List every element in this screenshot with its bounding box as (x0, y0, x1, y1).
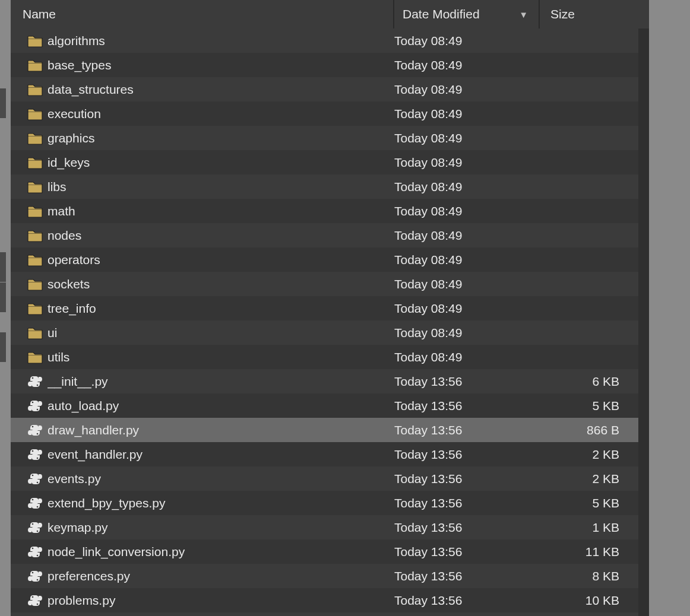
left-gutter (0, 0, 11, 616)
python-file-icon (27, 593, 48, 608)
gutter-marker (0, 88, 6, 118)
file-size: 10 KB (540, 593, 637, 608)
file-name: extend_bpy_types.py (48, 496, 394, 510)
file-date-modified: Today 08:49 (394, 253, 540, 267)
file-date-modified: Today 08:49 (394, 204, 540, 218)
file-date-modified: Today 08:49 (394, 58, 540, 72)
folder-icon (27, 253, 48, 266)
svg-point-5 (37, 433, 39, 434)
file-row[interactable]: preferences.pyToday 13:568 KB (11, 564, 649, 588)
file-row[interactable]: extend_bpy_types.pyToday 13:565 KB (11, 491, 649, 515)
folder-icon (27, 83, 48, 96)
file-row[interactable]: problems.pyToday 13:5610 KB (11, 588, 649, 612)
file-date-modified: Today 08:49 (394, 277, 540, 291)
file-date-modified: Today 13:56 (394, 593, 540, 608)
folder-row[interactable]: id_keysToday 08:49 (11, 150, 649, 174)
file-name: base_types (48, 58, 394, 72)
file-name: events.py (48, 472, 394, 486)
file-name: id_keys (48, 155, 394, 170)
file-name: draw_handler.py (48, 423, 394, 437)
folder-row[interactable]: uiToday 08:49 (11, 320, 649, 345)
python-file-icon (27, 520, 48, 535)
folder-row[interactable]: tree_infoToday 08:49 (11, 296, 649, 320)
file-name: keymap.py (48, 520, 394, 535)
folder-icon (27, 59, 48, 72)
folder-row[interactable]: algorithmsToday 08:49 (11, 28, 649, 53)
column-header-name[interactable]: Name (11, 7, 393, 21)
file-row[interactable]: node_link_conversion.pyToday 13:5611 KB (11, 539, 649, 564)
file-date-modified: Today 08:49 (394, 301, 540, 316)
svg-point-9 (37, 481, 39, 483)
folder-row[interactable]: utilsToday 08:49 (11, 345, 649, 369)
folder-icon (27, 229, 48, 242)
folder-icon (27, 180, 48, 193)
file-name: __init__.py (48, 374, 394, 389)
python-file-icon (27, 399, 48, 413)
svg-point-18 (32, 596, 34, 598)
sort-descending-icon: ▼ (519, 9, 528, 20)
folder-row[interactable]: nodesToday 08:49 (11, 223, 649, 247)
file-name: node_link_conversion.py (48, 545, 394, 559)
file-date-modified: Today 13:56 (394, 447, 540, 462)
folder-row[interactable]: base_typesToday 08:49 (11, 53, 649, 77)
file-size: 11 KB (540, 545, 637, 559)
file-row[interactable]: keymap.pyToday 13:561 KB (11, 515, 649, 539)
python-file-icon (27, 496, 48, 510)
folder-row[interactable]: socketsToday 08:49 (11, 272, 649, 296)
svg-point-3 (37, 408, 39, 410)
folder-icon (27, 156, 48, 169)
svg-point-17 (37, 579, 39, 580)
file-size: 8 KB (540, 569, 637, 583)
folder-row[interactable]: data_structuresToday 08:49 (11, 77, 649, 101)
file-row[interactable]: draw_handler.pyToday 13:56866 B (11, 418, 649, 442)
folder-icon (27, 205, 48, 218)
python-file-icon (27, 447, 48, 462)
file-date-modified: Today 13:56 (394, 374, 540, 389)
file-name: tree_info (48, 301, 394, 316)
file-row[interactable]: __init__.pyToday 13:566 KB (11, 369, 649, 393)
file-date-modified: Today 08:49 (394, 155, 540, 170)
file-name: preferences.py (48, 569, 394, 583)
file-date-modified: Today 08:49 (394, 228, 540, 243)
column-header-size[interactable]: Size (539, 0, 649, 28)
file-name: event_handler.py (48, 447, 394, 462)
vertical-scrollbar-track[interactable] (638, 28, 649, 616)
folder-row[interactable]: operatorsToday 08:49 (11, 247, 649, 272)
file-row[interactable]: auto_load.pyToday 13:565 KB (11, 393, 649, 418)
svg-point-14 (32, 547, 34, 549)
file-date-modified: Today 13:56 (394, 399, 540, 413)
file-date-modified: Today 08:49 (394, 34, 540, 48)
file-date-modified: Today 08:49 (394, 131, 540, 145)
file-name: libs (48, 180, 394, 194)
folder-icon (27, 132, 48, 145)
file-row[interactable]: events.pyToday 13:562 KB (11, 466, 649, 491)
svg-point-1 (37, 384, 39, 386)
folder-row[interactable]: graphicsToday 08:49 (11, 126, 649, 150)
folder-row[interactable]: executionToday 08:49 (11, 101, 649, 126)
column-header-date[interactable]: Date Modified ▼ (393, 0, 539, 28)
python-file-icon (27, 374, 48, 389)
svg-point-8 (32, 474, 34, 476)
right-background-pad (649, 0, 690, 616)
file-date-modified: Today 08:49 (394, 107, 540, 121)
file-size: 1 KB (540, 520, 637, 535)
svg-point-12 (32, 523, 34, 525)
svg-point-11 (37, 506, 39, 507)
file-date-modified: Today 13:56 (394, 520, 540, 535)
file-name: execution (48, 107, 394, 121)
folder-row[interactable]: mathToday 08:49 (11, 199, 649, 223)
folder-icon (27, 351, 48, 364)
svg-point-0 (32, 377, 34, 379)
file-size: 5 KB (540, 496, 637, 510)
folder-row[interactable]: libsToday 08:49 (11, 174, 649, 199)
file-size: 866 B (540, 423, 637, 437)
svg-point-6 (32, 450, 34, 452)
file-row[interactable]: event_handler.pyToday 13:562 KB (11, 442, 649, 466)
file-date-modified: Today 13:56 (394, 472, 540, 486)
file-name: graphics (48, 131, 394, 145)
folder-icon (27, 34, 48, 47)
file-name: math (48, 204, 394, 218)
file-size: 2 KB (540, 472, 637, 486)
file-name: auto_load.py (48, 399, 394, 413)
column-header-date-label: Date Modified (403, 7, 480, 21)
